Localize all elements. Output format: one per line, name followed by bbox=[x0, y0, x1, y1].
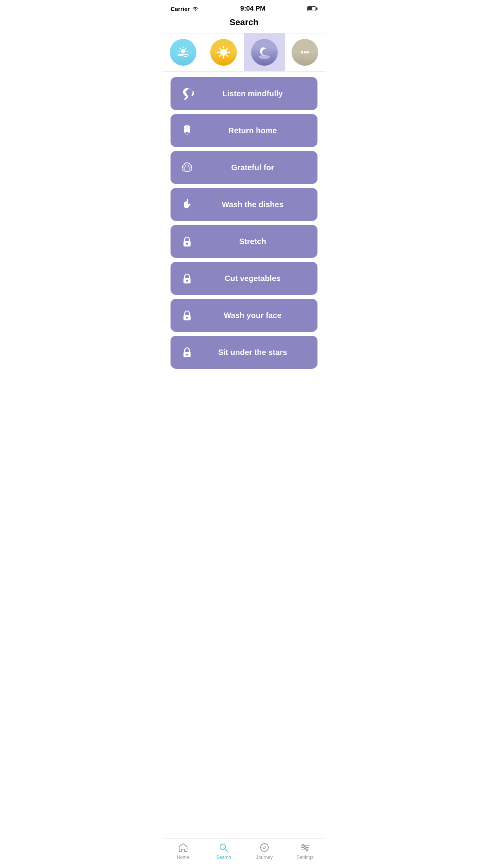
activity-return-home-label: Return home bbox=[196, 126, 310, 135]
activity-listen-mindfully-label: Listen mindfully bbox=[196, 89, 310, 98]
more-circle bbox=[292, 39, 318, 66]
activity-sit-under-stars[interactable]: Sit under the stars bbox=[171, 336, 317, 369]
activity-list: Listen mindfully Return home bbox=[163, 72, 325, 373]
lock-stretch-icon bbox=[178, 233, 196, 250]
svg-point-22 bbox=[185, 132, 189, 135]
tab-day[interactable] bbox=[204, 33, 244, 71]
svg-point-25 bbox=[186, 243, 188, 245]
activity-wash-dishes[interactable]: Wash the dishes bbox=[171, 188, 317, 221]
status-bar: Carrier 9:04 PM bbox=[163, 0, 325, 15]
activity-grateful-for[interactable]: Grateful for bbox=[171, 151, 317, 184]
svg-point-16 bbox=[259, 55, 270, 59]
ear-icon bbox=[178, 85, 196, 102]
activity-sit-under-stars-label: Sit under the stars bbox=[196, 348, 310, 357]
lock-wash-face-icon bbox=[178, 307, 196, 324]
svg-line-14 bbox=[227, 48, 228, 50]
morning-circle bbox=[170, 39, 196, 66]
activity-wash-dishes-label: Wash the dishes bbox=[196, 200, 310, 209]
svg-line-12 bbox=[220, 48, 221, 50]
lock-stars-icon bbox=[178, 344, 196, 361]
status-left: Carrier bbox=[171, 6, 198, 12]
svg-point-27 bbox=[186, 280, 188, 282]
svg-point-17 bbox=[301, 51, 303, 53]
svg-line-4 bbox=[180, 48, 181, 49]
hand-icon bbox=[178, 196, 196, 213]
category-tabs bbox=[163, 33, 325, 72]
svg-point-29 bbox=[186, 317, 188, 319]
svg-line-2 bbox=[185, 48, 186, 49]
svg-point-19 bbox=[306, 51, 309, 53]
battery-icon bbox=[307, 6, 317, 11]
tab-more[interactable] bbox=[285, 33, 326, 71]
svg-point-18 bbox=[304, 51, 306, 53]
svg-point-0 bbox=[181, 49, 185, 53]
wifi-icon bbox=[192, 6, 198, 12]
activity-cut-vegetables[interactable]: Cut vegetables bbox=[171, 262, 317, 295]
status-right bbox=[307, 6, 317, 11]
activity-grateful-for-label: Grateful for bbox=[196, 163, 310, 172]
brain-icon bbox=[178, 159, 196, 176]
svg-point-31 bbox=[186, 354, 188, 356]
svg-point-7 bbox=[220, 49, 227, 56]
activity-stretch-label: Stretch bbox=[196, 237, 310, 246]
night-circle bbox=[251, 39, 278, 66]
day-circle bbox=[210, 39, 237, 66]
activity-cut-vegetables-label: Cut vegetables bbox=[196, 274, 310, 283]
activity-listen-mindfully[interactable]: Listen mindfully bbox=[171, 77, 317, 110]
activity-wash-face[interactable]: Wash your face bbox=[171, 299, 317, 332]
tab-morning[interactable] bbox=[163, 33, 204, 71]
activity-wash-face-label: Wash your face bbox=[196, 311, 310, 320]
carrier-label: Carrier bbox=[171, 6, 190, 12]
status-time: 9:04 PM bbox=[240, 5, 265, 13]
activity-stretch[interactable]: Stretch bbox=[171, 225, 317, 258]
tab-night[interactable] bbox=[244, 33, 285, 71]
tongue-icon bbox=[178, 122, 196, 139]
activity-return-home[interactable]: Return home bbox=[171, 114, 317, 147]
lock-cut-veg-icon bbox=[178, 270, 196, 287]
svg-line-15 bbox=[220, 55, 221, 57]
svg-line-13 bbox=[227, 55, 228, 57]
content-area: Listen mindfully Return home bbox=[163, 33, 325, 408]
page-title: Search bbox=[163, 15, 325, 33]
